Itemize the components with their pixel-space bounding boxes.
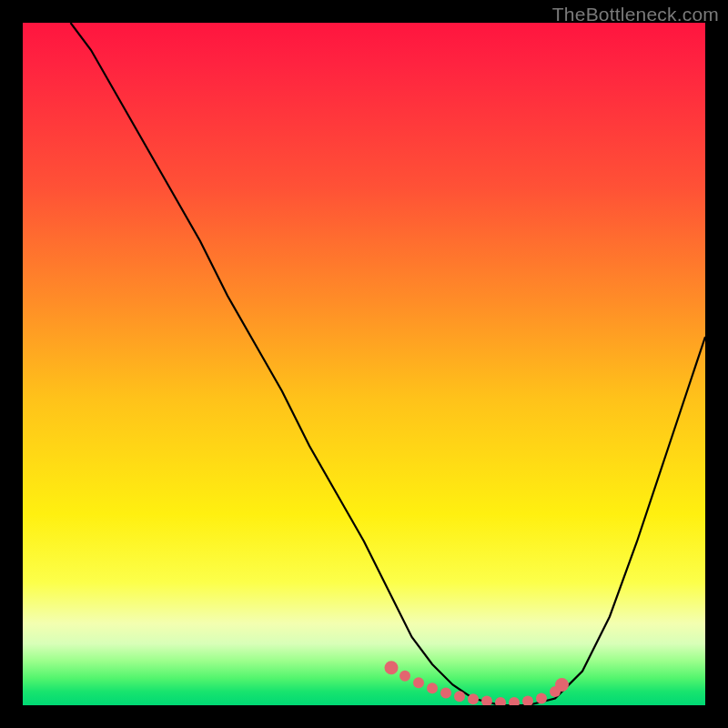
curve-marker-dot (481, 696, 492, 706)
chart-plot-area (23, 23, 705, 705)
curve-marker-dot (440, 688, 451, 699)
curve-marker-region (385, 661, 570, 705)
curve-marker-dot (454, 691, 465, 702)
curve-marker-dot (495, 697, 506, 705)
chart-frame: TheBottleneck.com (0, 0, 728, 728)
curve-marker-dot (522, 696, 533, 706)
curve-marker-dot (413, 677, 424, 688)
curve-marker-dot (509, 697, 520, 705)
bottleneck-curve (23, 23, 705, 705)
curve-marker-dot (427, 682, 438, 693)
curve-line (71, 23, 706, 705)
curve-marker-dot (555, 678, 569, 692)
curve-marker-dot (536, 693, 547, 704)
curve-marker-dot (385, 661, 399, 674)
curve-marker-dot (468, 693, 479, 704)
curve-marker-dot (399, 671, 410, 682)
